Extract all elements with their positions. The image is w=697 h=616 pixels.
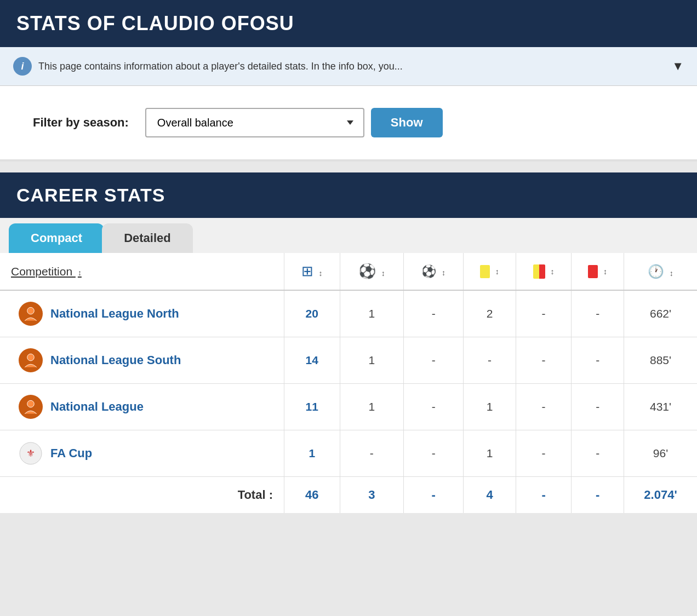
info-icon: i <box>13 57 32 76</box>
goals-cell: 1 <box>340 337 404 384</box>
total-label: Total : <box>0 477 284 514</box>
red-cell: - <box>572 337 624 384</box>
yellow-red-cell: - <box>516 290 572 337</box>
table-row: National League South 14 1 - - - - 885' <box>0 337 697 384</box>
stats-header: STATS OF CLAUDIO OFOSU <box>0 0 697 47</box>
table-header-row: Competition ↕ ⊞ ↕ ⚽ ↕ ⚽ ↕ ↕ ↕ <box>0 253 697 290</box>
total-yellow: 4 <box>464 477 516 514</box>
assists-cell: - <box>404 430 464 477</box>
apps-cell: 14 <box>284 337 340 384</box>
table-row: ⚜ FA Cup 1 - - 1 - - 96' <box>0 430 697 477</box>
svg-text:⚜: ⚜ <box>26 448 35 459</box>
red-cell: - <box>572 430 624 477</box>
career-stats-title: CAREER STATS <box>16 185 681 206</box>
col-competition[interactable]: Competition ↕ <box>0 253 284 290</box>
info-text: This page contains information about a p… <box>38 61 403 72</box>
competition-cell: National League <box>0 384 284 430</box>
red-cell: - <box>572 384 624 430</box>
show-button[interactable]: Show <box>371 108 443 137</box>
assists-cell: - <box>404 337 464 384</box>
filter-select-wrapper: Overall balance Show <box>145 108 664 137</box>
yellow-cell: 2 <box>464 290 516 337</box>
yellow-red-cell: - <box>516 384 572 430</box>
tab-detailed[interactable]: Detailed <box>102 223 193 253</box>
table-row: National League 11 1 - 1 - - 431' <box>0 384 697 430</box>
apps-cell: 20 <box>284 290 340 337</box>
total-yellow-red: - <box>516 477 572 514</box>
goals-cell: 1 <box>340 290 404 337</box>
goals-cell: - <box>340 430 404 477</box>
league-icon <box>19 395 43 419</box>
minutes-cell: 885' <box>624 337 697 384</box>
filter-label: Filter by season: <box>33 116 129 130</box>
col-yellow-red[interactable]: ↕ <box>516 253 572 290</box>
competition-name[interactable]: National League North <box>50 307 179 321</box>
assists-cell: - <box>404 290 464 337</box>
minutes-cell: 431' <box>624 384 697 430</box>
competition-name[interactable]: FA Cup <box>50 446 92 460</box>
league-icon <box>19 302 43 326</box>
minutes-cell: 662' <box>624 290 697 337</box>
total-apps: 46 <box>284 477 340 514</box>
svg-point-1 <box>27 307 35 314</box>
info-bar-left: i This page contains information about a… <box>13 57 403 76</box>
season-select[interactable]: Overall balance <box>145 108 364 137</box>
svg-point-3 <box>27 354 35 361</box>
col-apps[interactable]: ⊞ ↕ <box>284 253 340 290</box>
stats-table: Competition ↕ ⊞ ↕ ⚽ ↕ ⚽ ↕ ↕ ↕ <box>0 253 697 513</box>
apps-cell: 11 <box>284 384 340 430</box>
yellow-red-cell: - <box>516 430 572 477</box>
svg-point-5 <box>27 400 35 407</box>
assists-cell: - <box>404 384 464 430</box>
career-stats-header: CAREER STATS <box>0 172 697 218</box>
competition-cell: ⚜ FA Cup <box>0 430 284 477</box>
col-yellow[interactable]: ↕ <box>464 253 516 290</box>
competition-name[interactable]: National League South <box>50 353 181 367</box>
yellow-cell: 1 <box>464 430 516 477</box>
filter-section: Filter by season: Overall balance Show <box>0 86 697 162</box>
yellow-red-cell: - <box>516 337 572 384</box>
tabs-container: Compact Detailed <box>0 218 697 253</box>
total-row: Total : 46 3 - 4 - - 2.074' <box>0 477 697 514</box>
table-row: National League North 20 1 - 2 - - 662' <box>0 290 697 337</box>
tab-compact[interactable]: Compact <box>9 223 104 253</box>
total-assists: - <box>404 477 464 514</box>
yellow-cell: - <box>464 337 516 384</box>
info-chevron-icon[interactable]: ▼ <box>672 59 684 73</box>
total-goals: 3 <box>340 477 404 514</box>
col-minutes[interactable]: 🕐 ↕ <box>624 253 697 290</box>
red-cell: - <box>572 290 624 337</box>
competition-name[interactable]: National League <box>50 400 144 414</box>
col-red[interactable]: ↕ <box>572 253 624 290</box>
col-assists[interactable]: ⚽ ↕ <box>404 253 464 290</box>
goals-cell: 1 <box>340 384 404 430</box>
yellow-cell: 1 <box>464 384 516 430</box>
facup-icon: ⚜ <box>19 441 43 465</box>
minutes-cell: 96' <box>624 430 697 477</box>
total-red: - <box>572 477 624 514</box>
apps-cell: 1 <box>284 430 340 477</box>
info-bar: i This page contains information about a… <box>0 47 697 86</box>
page-title: STATS OF CLAUDIO OFOSU <box>16 12 681 35</box>
league-icon <box>19 348 43 372</box>
total-minutes: 2.074' <box>624 477 697 514</box>
competition-cell: National League South <box>0 337 284 384</box>
page-wrapper: STATS OF CLAUDIO OFOSU i This page conta… <box>0 0 697 513</box>
col-goals[interactable]: ⚽ ↕ <box>340 253 404 290</box>
competition-cell: National League North <box>0 290 284 337</box>
